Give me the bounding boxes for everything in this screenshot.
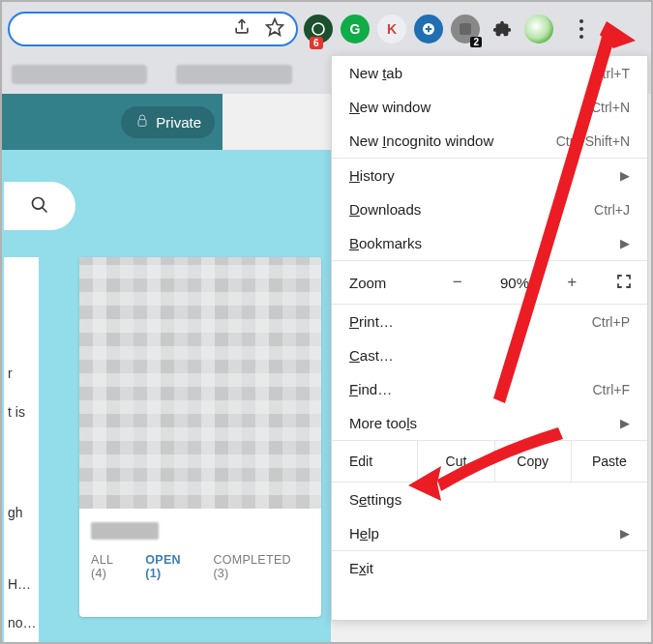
menu-print[interactable]: Print… Ctrl+P bbox=[332, 305, 647, 338]
share-icon[interactable] bbox=[232, 17, 252, 40]
chrome-menu-button[interactable] bbox=[565, 13, 598, 45]
menu-downloads[interactable]: Downloads Ctrl+J bbox=[332, 192, 647, 226]
edit-label: Edit bbox=[332, 441, 417, 482]
submenu-arrow-icon: ▶ bbox=[620, 236, 630, 250]
private-button[interactable]: Private bbox=[121, 106, 215, 138]
fullscreen-icon bbox=[615, 273, 633, 293]
tab-all[interactable]: ALL (4) bbox=[91, 553, 132, 580]
lock-icon bbox=[134, 113, 150, 132]
zoom-in-button[interactable]: + bbox=[544, 273, 601, 292]
zoom-out-button[interactable]: − bbox=[429, 273, 486, 292]
extensions-row: 6 G K 2 bbox=[304, 13, 598, 45]
menu-find[interactable]: Find… Ctrl+F bbox=[332, 372, 647, 406]
text-line: r bbox=[8, 366, 35, 381]
svg-rect-4 bbox=[138, 119, 146, 126]
extension-b-icon[interactable]: G bbox=[341, 15, 370, 44]
fullscreen-button[interactable] bbox=[601, 273, 647, 293]
menu-more-tools[interactable]: More tools ▶ bbox=[332, 406, 647, 440]
profile-avatar[interactable] bbox=[524, 15, 553, 44]
paste-button[interactable]: Paste bbox=[571, 441, 647, 482]
cut-button[interactable]: Cut bbox=[417, 441, 493, 482]
svg-line-6 bbox=[43, 207, 47, 212]
menu-edit-row: Edit Cut Copy Paste bbox=[332, 440, 647, 483]
zoom-value: 90% bbox=[486, 275, 543, 291]
menu-incognito[interactable]: New Incognito window Ctrl+Shift+N bbox=[332, 124, 647, 158]
page-header: Private bbox=[2, 94, 223, 150]
filter-tabs: ALL (4) OPEN (1) COMPLETED (3) bbox=[79, 545, 321, 588]
menu-zoom-row: Zoom − 90% + bbox=[332, 260, 647, 305]
submenu-arrow-icon: ▶ bbox=[620, 526, 630, 541]
text-line: H… bbox=[8, 576, 35, 592]
menu-settings[interactable]: Settings bbox=[332, 483, 647, 516]
content-card: ALL (4) OPEN (1) COMPLETED (3) bbox=[79, 257, 321, 617]
search-button[interactable] bbox=[4, 182, 75, 230]
tab-completed[interactable]: COMPLETED (3) bbox=[213, 553, 310, 580]
svg-rect-3 bbox=[460, 23, 471, 35]
menu-new-window[interactable]: New window Ctrl+N bbox=[332, 90, 647, 124]
svg-point-5 bbox=[33, 197, 45, 209]
private-label: Private bbox=[156, 114, 201, 131]
svg-point-1 bbox=[312, 23, 324, 35]
text-line: gh bbox=[8, 505, 35, 520]
menu-bookmarks[interactable]: Bookmarks ▶ bbox=[332, 226, 647, 260]
bookmark-item[interactable] bbox=[176, 65, 292, 84]
extensions-puzzle-icon[interactable] bbox=[488, 15, 517, 44]
search-icon bbox=[30, 195, 49, 218]
copy-button[interactable]: Copy bbox=[494, 441, 571, 482]
menu-cast[interactable]: Cast… bbox=[332, 338, 647, 372]
extension-d-icon[interactable] bbox=[414, 15, 443, 44]
blurred-content bbox=[79, 257, 321, 509]
extension-e-badge: 2 bbox=[470, 37, 482, 47]
text-line: no… bbox=[8, 615, 35, 630]
svg-marker-0 bbox=[267, 19, 283, 36]
menu-exit[interactable]: Exit bbox=[332, 551, 647, 585]
date-header bbox=[79, 509, 321, 545]
menu-new-tab[interactable]: New tab Ctrl+T bbox=[332, 56, 647, 90]
chrome-menu: New tab Ctrl+T New window Ctrl+N New Inc… bbox=[331, 55, 648, 621]
address-bar[interactable] bbox=[8, 12, 298, 46]
sidebar-card: r t is gh H… no… bbox=[4, 257, 39, 642]
extension-e-icon[interactable]: 2 bbox=[451, 15, 480, 44]
browser-toolbar: 6 G K 2 bbox=[2, 2, 651, 55]
tab-open[interactable]: OPEN (1) bbox=[145, 553, 199, 580]
extension-a-badge: 6 bbox=[310, 37, 323, 49]
bookmark-item[interactable] bbox=[12, 65, 147, 84]
zoom-label: Zoom bbox=[332, 275, 429, 291]
text-line: t is bbox=[8, 404, 35, 420]
menu-help[interactable]: Help ▶ bbox=[332, 516, 647, 550]
extension-a-icon[interactable]: 6 bbox=[304, 15, 333, 44]
submenu-arrow-icon: ▶ bbox=[620, 168, 630, 183]
menu-history[interactable]: History ▶ bbox=[332, 159, 647, 192]
star-icon[interactable] bbox=[265, 17, 284, 40]
extension-c-icon[interactable]: K bbox=[377, 15, 406, 44]
submenu-arrow-icon: ▶ bbox=[620, 416, 630, 430]
